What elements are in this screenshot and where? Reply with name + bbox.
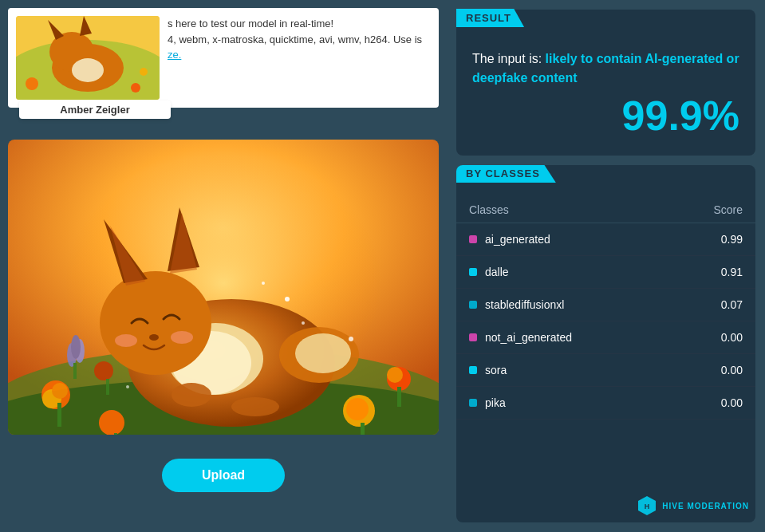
svg-text:H: H	[645, 502, 650, 510]
class-score-cell: 0.00	[666, 354, 755, 387]
info-link[interactable]: ze.	[168, 49, 181, 61]
col-header-classes: Classes	[456, 197, 666, 223]
svg-rect-26	[73, 363, 77, 379]
svg-point-25	[71, 335, 81, 359]
class-name: stablediffusionxl	[485, 298, 564, 311]
main-image	[8, 140, 439, 435]
hive-logo-text: HIVE MODERATION	[662, 502, 749, 510]
result-prefix: The input is:	[472, 52, 546, 65]
svg-point-43	[262, 282, 265, 285]
svg-point-44	[302, 321, 305, 325]
hive-brand: HIVE MODERATION	[662, 502, 749, 510]
svg-rect-51	[114, 433, 117, 435]
hive-logo-area: H HIVE MODERATION	[637, 495, 749, 516]
left-panel: s here to test our model in real-time! 4…	[0, 0, 447, 532]
hive-hexagon-icon: H	[637, 495, 657, 516]
table-row: pika 0.00	[456, 387, 755, 420]
svg-point-39	[171, 331, 193, 344]
info-sub-text: 4, webm, x-matroska, quicktime, avi, wmv…	[168, 33, 422, 45]
class-name: ai_generated	[485, 233, 550, 246]
svg-point-37	[149, 334, 159, 341]
info-text: s here to test our model in real-time! 4…	[168, 16, 431, 63]
class-dot	[469, 333, 477, 341]
class-score-cell: 0.99	[666, 223, 755, 256]
right-panel: RESULT The input is: likely to contain A…	[447, 0, 765, 532]
svg-point-6	[72, 58, 104, 82]
user-label: Amber Zeigler	[19, 100, 171, 119]
class-name-cell: stablediffusionxl	[456, 289, 666, 321]
svg-point-45	[126, 385, 129, 388]
class-dot	[469, 235, 477, 243]
main-image-area	[8, 140, 439, 435]
class-dot	[469, 366, 477, 374]
result-percentage: 99.9%	[472, 92, 739, 140]
classes-table: Classes Score ai_generated 0.99 dalle	[456, 197, 755, 420]
table-row: dalle 0.91	[456, 256, 755, 289]
class-name: sora	[485, 364, 507, 376]
result-description: The input is: likely to contain AI-gener…	[472, 49, 739, 88]
svg-point-42	[285, 297, 290, 301]
svg-point-48	[346, 398, 369, 420]
class-name-cell: not_ai_generated	[456, 321, 666, 354]
svg-point-38	[115, 334, 137, 347]
class-name-cell: dalle	[456, 256, 666, 289]
svg-point-19	[387, 367, 403, 383]
result-tag: RESULT	[456, 9, 524, 27]
result-card: RESULT The input is: likely to contain A…	[456, 10, 755, 156]
classes-tag: BY CLASSES	[456, 165, 556, 183]
class-score-cell: 0.91	[666, 256, 755, 289]
svg-point-21	[94, 361, 113, 380]
thumbnail-image	[16, 16, 160, 100]
class-score-cell: 0.00	[666, 321, 755, 354]
svg-point-8	[131, 83, 140, 93]
class-name-cell: ai_generated	[456, 223, 666, 256]
class-dot	[469, 301, 477, 309]
table-row: not_ai_generated 0.00	[456, 321, 755, 354]
class-score-cell: 0.07	[666, 289, 755, 321]
table-row: ai_generated 0.99	[456, 223, 755, 256]
svg-point-31	[295, 333, 351, 373]
class-dot	[469, 399, 477, 407]
svg-point-46	[349, 337, 353, 341]
info-card: s here to test our model in real-time! 4…	[8, 8, 439, 108]
upload-area: Upload	[0, 443, 447, 508]
class-name-cell: pika	[456, 387, 666, 420]
svg-point-41	[231, 397, 279, 416]
class-name-cell: sora	[456, 354, 666, 387]
svg-point-32	[100, 271, 211, 375]
svg-rect-49	[361, 423, 365, 435]
classes-table-container[interactable]: Classes Score ai_generated 0.99 dalle	[456, 165, 755, 420]
svg-point-16	[52, 383, 68, 399]
col-header-score: Score	[666, 197, 755, 223]
svg-rect-20	[397, 387, 401, 407]
svg-point-9	[140, 68, 148, 76]
table-row: stablediffusionxl 0.07	[456, 289, 755, 321]
class-name: pika	[485, 396, 506, 409]
svg-point-40	[172, 383, 211, 407]
class-name: not_ai_generated	[485, 331, 572, 344]
info-main-text: s here to test our model in real-time!	[168, 18, 333, 30]
table-row: sora 0.00	[456, 354, 755, 387]
svg-rect-17	[57, 403, 61, 427]
classes-card: BY CLASSES Classes Score ai_generated 0.…	[456, 165, 755, 522]
svg-point-50	[99, 410, 124, 435]
upload-button[interactable]: Upload	[162, 459, 285, 492]
svg-rect-22	[106, 379, 109, 395]
class-name: dalle	[485, 266, 509, 278]
class-dot	[469, 268, 477, 276]
class-score-cell: 0.00	[666, 387, 755, 420]
svg-point-7	[26, 77, 38, 90]
